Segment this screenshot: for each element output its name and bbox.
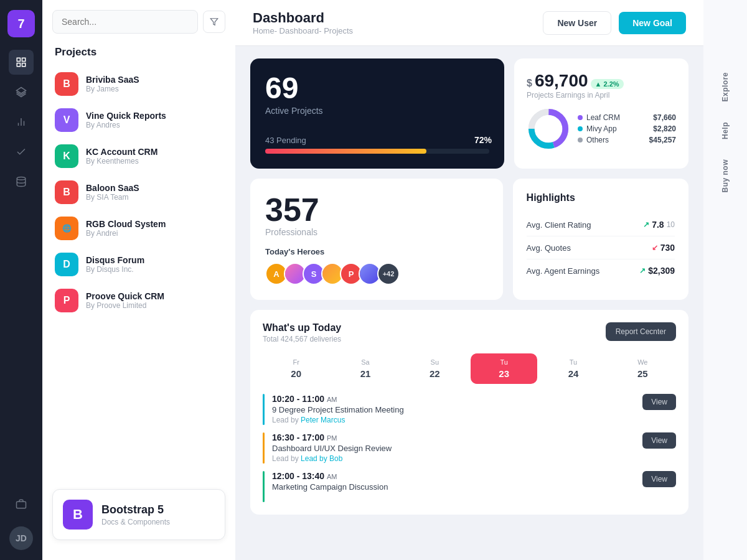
project-item[interactable]: D Disqus Forum By Disqus Inc. xyxy=(42,246,235,282)
bootstrap-link[interactable]: Docs & Components xyxy=(101,518,170,526)
right-sidebar: Explore Help Buy now xyxy=(703,0,747,560)
project-item[interactable]: V Vine Quick Reports By Andres xyxy=(42,102,235,138)
event-time: 10:20 - 11:00 AM xyxy=(272,394,635,404)
bootstrap-card: B Bootstrap 5 Docs & Components xyxy=(52,489,225,540)
legend-item: Others xyxy=(578,136,642,144)
schedule-title: What's up Today xyxy=(263,322,341,334)
middle-row: 357 Professionals Today's Heroes A S P xyxy=(250,179,688,300)
earnings-card: $ 69,700 ▲ 2.2% Projects Earnings in Apr… xyxy=(514,58,688,169)
main-content: Dashboard Home- Dashboard- Projects New … xyxy=(235,0,703,560)
schedule-card: What's up Today Total 424,567 deliveries… xyxy=(250,310,688,515)
highlight-row: Avg. Client Rating ↗ 7.8 10 xyxy=(527,213,675,236)
sidebar-icon-layers[interactable] xyxy=(9,80,34,105)
sidebar-icon-briefcase[interactable] xyxy=(9,492,34,516)
project-item[interactable]: K KC Account CRM By Keenthemes xyxy=(42,138,235,174)
view-button[interactable]: View xyxy=(642,432,676,449)
event-name: Dashboard UI/UX Design Review xyxy=(272,444,635,453)
event-name: 9 Degree Project Estimation Meeting xyxy=(272,405,635,414)
event-item: 12:00 - 13:40 AM Marketing Campaign Disc… xyxy=(263,471,676,502)
event-item: 16:30 - 17:00 PM Dashboard UI/UX Design … xyxy=(263,432,676,464)
view-button[interactable]: View xyxy=(642,394,676,410)
bootstrap-label: Bootstrap 5 xyxy=(101,503,170,516)
highlights-title: Highlights xyxy=(527,192,675,203)
avatars-more: +42 xyxy=(377,263,400,285)
projects-title: Projects xyxy=(42,46,235,58)
event-time: 12:00 - 13:40 AM xyxy=(272,471,635,481)
filter-button[interactable] xyxy=(203,11,225,33)
heroes-label: Today's Heroes xyxy=(265,247,488,256)
bootstrap-icon: B xyxy=(63,500,93,530)
event-lead: Lead by Lead by Bob xyxy=(272,454,635,463)
avatars-row: A S P +42 xyxy=(265,263,488,285)
project-item[interactable]: B Baloon SaaS By SIA Team xyxy=(42,174,235,210)
bottom-avatar[interactable]: JD xyxy=(9,526,33,550)
dashboard-area: 69 Active Projects 43 Pending 72% $ xyxy=(235,46,703,560)
earnings-chart-row: Leaf CRM Mivy App Others $7,660 xyxy=(527,107,676,151)
active-projects-count: 69 xyxy=(265,73,489,103)
event-time: 16:30 - 17:00 PM xyxy=(272,432,635,442)
svg-marker-10 xyxy=(210,19,218,26)
progress-percent: 72% xyxy=(474,135,492,145)
professionals-count: 357 xyxy=(265,194,488,226)
calendar-day[interactable]: Su 22 xyxy=(402,353,468,384)
calendar-day-active[interactable]: Tu 23 xyxy=(471,353,537,384)
active-projects-label: Active Projects xyxy=(265,106,489,116)
legend-values: $7,660 $2,820 $45,257 xyxy=(649,113,676,144)
svg-rect-9 xyxy=(17,502,26,508)
project-item[interactable]: P Proove Quick CRM By Proove Limited xyxy=(42,282,235,319)
professionals-card: 357 Professionals Today's Heroes A S P xyxy=(250,179,503,300)
calendar-day[interactable]: Sa 21 xyxy=(332,353,398,384)
calendar-row: Fr 20 Sa 21 Su 22 Tu 23 Tu 24 xyxy=(263,353,676,384)
sidebar-icon-chart[interactable] xyxy=(9,110,34,134)
view-button[interactable]: View xyxy=(642,471,676,487)
main-header: Dashboard Home- Dashboard- Projects New … xyxy=(235,0,703,46)
schedule-subtitle: Total 424,567 deliveries xyxy=(263,335,341,343)
search-bar xyxy=(52,10,225,34)
active-projects-footer: 43 Pending xyxy=(265,136,489,154)
svg-rect-1 xyxy=(22,58,26,61)
sidebar-tab-buynow[interactable]: Buy now xyxy=(716,149,735,203)
calendar-day[interactable]: We 25 xyxy=(609,353,676,384)
donut-chart xyxy=(527,107,570,151)
icon-sidebar: 7 JD xyxy=(0,0,42,560)
professionals-label: Professionals xyxy=(265,227,488,237)
new-user-button[interactable]: New User xyxy=(543,11,611,35)
sidebar-icon-check[interactable] xyxy=(9,139,34,164)
project-item[interactable]: 🌐 RGB Cloud System By Andrei xyxy=(42,210,235,246)
highlights-card: Highlights Avg. Client Rating ↗ 7.8 10 A… xyxy=(513,179,688,300)
report-center-button[interactable]: Report Cecnter xyxy=(606,322,676,341)
new-goal-button[interactable]: New Goal xyxy=(619,12,686,34)
calendar-day[interactable]: Fr 20 xyxy=(263,353,329,384)
project-item[interactable]: B Briviba SaaS By James xyxy=(42,66,235,102)
user-badge[interactable]: 7 xyxy=(7,10,35,37)
page-title: Dashboard xyxy=(253,10,353,26)
header-actions: New User New Goal xyxy=(543,11,686,35)
top-row: 69 Active Projects 43 Pending 72% $ xyxy=(250,58,688,169)
calendar-day[interactable]: Tu 24 xyxy=(540,353,606,384)
event-item: 10:20 - 11:00 AM 9 Degree Project Estima… xyxy=(263,394,676,425)
sidebar-tab-help[interactable]: Help xyxy=(716,112,735,149)
event-list: 10:20 - 11:00 AM 9 Degree Project Estima… xyxy=(263,394,676,502)
sidebar-icon-grid[interactable] xyxy=(9,50,34,75)
progress-bar-bg xyxy=(265,149,489,154)
svg-rect-2 xyxy=(17,63,20,67)
svg-rect-0 xyxy=(17,58,20,61)
schedule-header: What's up Today Total 424,567 deliveries… xyxy=(263,322,676,343)
progress-bar-fill xyxy=(265,149,426,154)
sidebar-tab-explore[interactable]: Explore xyxy=(716,62,735,112)
projects-panel: Projects B Briviba SaaS By James V Vine … xyxy=(42,0,235,560)
earnings-badge: ▲ 2.2% xyxy=(591,79,624,89)
pending-label: 43 Pending xyxy=(265,136,489,145)
highlight-row: Avg. Quotes ↙ 730 xyxy=(527,236,675,259)
earnings-amount: $ 69,700 ▲ 2.2% xyxy=(527,71,676,91)
svg-point-8 xyxy=(17,177,26,180)
legend-item: Mivy App xyxy=(578,124,642,133)
earnings-subtitle: Projects Earnings in April xyxy=(527,91,676,100)
highlight-row: Avg. Agent Earnings ↗ $2,309 xyxy=(527,259,675,282)
sidebar-icon-stack[interactable] xyxy=(9,169,34,194)
event-lead: Lead by Peter Marcus xyxy=(272,416,635,424)
search-input[interactable] xyxy=(52,10,198,34)
svg-rect-3 xyxy=(22,63,26,67)
legend: Leaf CRM Mivy App Others xyxy=(578,113,642,144)
active-projects-card: 69 Active Projects 43 Pending 72% xyxy=(250,58,504,169)
